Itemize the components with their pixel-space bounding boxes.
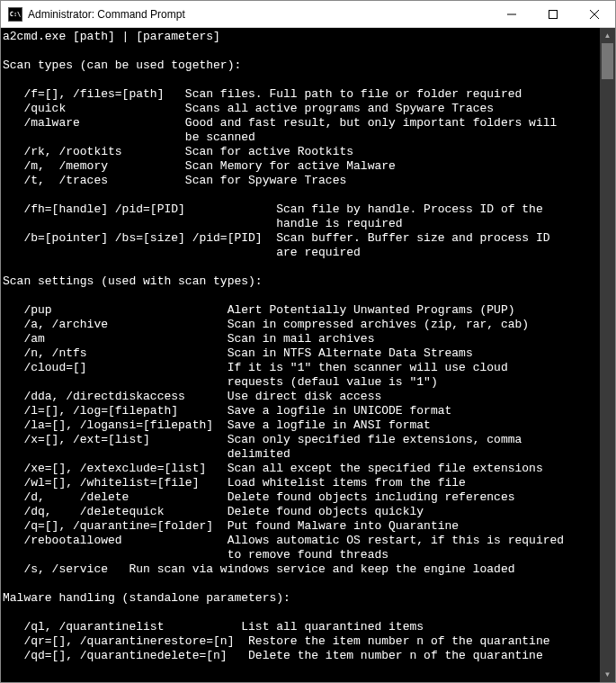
window-controls [491, 1, 615, 27]
svg-rect-1 [549, 10, 558, 18]
maximize-button[interactable] [532, 1, 574, 27]
window-titlebar[interactable]: C:\ Administrator: Command Prompt [1, 1, 615, 28]
scroll-down-arrow[interactable]: ▼ [600, 667, 615, 682]
console-output[interactable]: a2cmd.exe [path] | [parameters] Scan typ… [1, 28, 600, 682]
cmd-icon: C:\ [8, 7, 22, 22]
close-button[interactable] [574, 1, 615, 27]
scroll-up-arrow[interactable]: ▲ [600, 28, 615, 43]
vertical-scrollbar[interactable]: ▲ ▼ [600, 28, 615, 682]
window-title: Administrator: Command Prompt [28, 8, 491, 21]
minimize-button[interactable] [491, 1, 532, 27]
console-area: a2cmd.exe [path] | [parameters] Scan typ… [1, 28, 615, 682]
scrollbar-thumb[interactable] [602, 43, 613, 79]
